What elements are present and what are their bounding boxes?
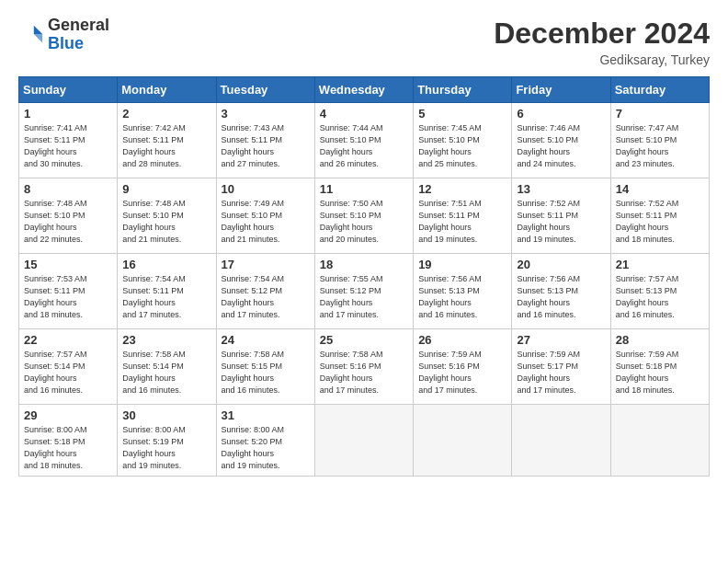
day-info: Sunrise: 7:58 AMSunset: 5:14 PMDaylight …: [122, 350, 186, 395]
table-row: 30Sunrise: 8:00 AMSunset: 5:19 PMDayligh…: [118, 405, 216, 477]
table-row: 31Sunrise: 8:00 AMSunset: 5:20 PMDayligh…: [216, 405, 314, 477]
day-info: Sunrise: 7:57 AMSunset: 5:13 PMDaylight …: [616, 274, 679, 319]
day-info: Sunrise: 7:58 AMSunset: 5:16 PMDaylight …: [320, 350, 383, 395]
table-row: 2Sunrise: 7:42 AMSunset: 5:11 PMDaylight…: [118, 103, 216, 178]
table-row: 25Sunrise: 7:58 AMSunset: 5:16 PMDayligh…: [314, 329, 413, 405]
day-info: Sunrise: 7:49 AMSunset: 5:10 PMDaylight …: [222, 199, 285, 244]
day-info: Sunrise: 7:59 AMSunset: 5:18 PMDaylight …: [616, 350, 679, 395]
day-number: 28: [616, 333, 704, 347]
day-number: 10: [222, 182, 310, 196]
logo-icon: [18, 22, 44, 48]
day-number: 4: [320, 107, 408, 121]
table-row: 9Sunrise: 7:48 AMSunset: 5:10 PMDaylight…: [118, 178, 216, 254]
day-info: Sunrise: 7:51 AMSunset: 5:11 PMDaylight …: [418, 199, 482, 244]
table-row: 28Sunrise: 7:59 AMSunset: 5:18 PMDayligh…: [610, 329, 709, 405]
table-row: 26Sunrise: 7:59 AMSunset: 5:16 PMDayligh…: [414, 329, 512, 405]
day-number: 16: [122, 258, 210, 271]
table-row: 21Sunrise: 7:57 AMSunset: 5:13 PMDayligh…: [610, 254, 709, 329]
day-number: 20: [517, 258, 605, 271]
day-number: 5: [418, 107, 506, 121]
day-number: 17: [222, 258, 310, 271]
day-info: Sunrise: 7:52 AMSunset: 5:11 PMDaylight …: [616, 199, 679, 244]
day-number: 3: [222, 107, 310, 121]
table-row: 11Sunrise: 7:50 AMSunset: 5:10 PMDayligh…: [314, 178, 413, 254]
table-row: 20Sunrise: 7:56 AMSunset: 5:13 PMDayligh…: [512, 254, 610, 329]
day-number: 25: [320, 333, 408, 347]
svg-marker-0: [34, 26, 42, 34]
page-header: General Blue December 2024 Gediksaray, T…: [18, 17, 710, 67]
table-row: [414, 405, 512, 477]
day-info: Sunrise: 7:48 AMSunset: 5:10 PMDaylight …: [122, 199, 186, 244]
day-number: 26: [418, 333, 506, 347]
day-number: 15: [24, 258, 112, 271]
day-info: Sunrise: 7:52 AMSunset: 5:11 PMDaylight …: [517, 199, 580, 244]
logo-text: General Blue: [48, 17, 109, 53]
col-header-wednesday: Wednesday: [314, 77, 413, 103]
day-number: 9: [122, 182, 210, 196]
day-info: Sunrise: 7:44 AMSunset: 5:10 PMDaylight …: [320, 123, 383, 168]
calendar-table: SundayMondayTuesdayWednesdayThursdayFrid…: [18, 76, 710, 477]
table-row: 3Sunrise: 7:43 AMSunset: 5:11 PMDaylight…: [216, 103, 314, 178]
day-number: 27: [517, 333, 605, 347]
col-header-monday: Monday: [118, 77, 216, 103]
day-info: Sunrise: 8:00 AMSunset: 5:19 PMDaylight …: [122, 425, 186, 470]
day-number: 8: [24, 182, 112, 196]
day-number: 7: [616, 107, 704, 121]
table-row: 8Sunrise: 7:48 AMSunset: 5:10 PMDaylight…: [19, 178, 118, 254]
day-number: 11: [320, 182, 408, 196]
day-number: 1: [24, 107, 112, 121]
day-info: Sunrise: 7:53 AMSunset: 5:11 PMDaylight …: [24, 274, 87, 319]
table-row: 14Sunrise: 7:52 AMSunset: 5:11 PMDayligh…: [610, 178, 709, 254]
col-header-friday: Friday: [512, 77, 610, 103]
table-row: 15Sunrise: 7:53 AMSunset: 5:11 PMDayligh…: [19, 254, 118, 329]
table-row: 7Sunrise: 7:47 AMSunset: 5:10 PMDaylight…: [610, 103, 709, 178]
day-info: Sunrise: 7:42 AMSunset: 5:11 PMDaylight …: [122, 123, 186, 168]
title-block: December 2024 Gediksaray, Turkey: [494, 17, 710, 67]
day-info: Sunrise: 7:54 AMSunset: 5:11 PMDaylight …: [122, 274, 186, 319]
table-row: 17Sunrise: 7:54 AMSunset: 5:12 PMDayligh…: [216, 254, 314, 329]
table-row: 24Sunrise: 7:58 AMSunset: 5:15 PMDayligh…: [216, 329, 314, 405]
day-number: 21: [616, 258, 704, 271]
day-number: 2: [122, 107, 210, 121]
table-row: 19Sunrise: 7:56 AMSunset: 5:13 PMDayligh…: [414, 254, 512, 329]
day-info: Sunrise: 7:50 AMSunset: 5:10 PMDaylight …: [320, 199, 383, 244]
day-number: 12: [418, 182, 506, 196]
day-number: 13: [517, 182, 605, 196]
day-info: Sunrise: 7:56 AMSunset: 5:13 PMDaylight …: [418, 274, 482, 319]
table-row: [512, 405, 610, 477]
day-info: Sunrise: 7:59 AMSunset: 5:16 PMDaylight …: [418, 350, 482, 395]
svg-marker-1: [34, 34, 42, 42]
table-row: 16Sunrise: 7:54 AMSunset: 5:11 PMDayligh…: [118, 254, 216, 329]
day-number: 30: [122, 408, 210, 422]
table-row: [610, 405, 709, 477]
day-info: Sunrise: 8:00 AMSunset: 5:20 PMDaylight …: [222, 425, 285, 470]
table-row: 10Sunrise: 7:49 AMSunset: 5:10 PMDayligh…: [216, 178, 314, 254]
table-row: 1Sunrise: 7:41 AMSunset: 5:11 PMDaylight…: [19, 103, 118, 178]
day-number: 6: [517, 107, 605, 121]
day-number: 19: [418, 258, 506, 271]
location: Gediksaray, Turkey: [494, 52, 710, 67]
day-info: Sunrise: 7:57 AMSunset: 5:14 PMDaylight …: [24, 350, 87, 395]
table-row: 23Sunrise: 7:58 AMSunset: 5:14 PMDayligh…: [118, 329, 216, 405]
day-info: Sunrise: 7:47 AMSunset: 5:10 PMDaylight …: [616, 123, 679, 168]
day-number: 29: [24, 408, 112, 422]
table-row: [314, 405, 413, 477]
col-header-tuesday: Tuesday: [216, 77, 314, 103]
day-info: Sunrise: 7:41 AMSunset: 5:11 PMDaylight …: [24, 123, 87, 168]
col-header-sunday: Sunday: [19, 77, 118, 103]
table-row: 22Sunrise: 7:57 AMSunset: 5:14 PMDayligh…: [19, 329, 118, 405]
col-header-thursday: Thursday: [414, 77, 512, 103]
day-number: 22: [24, 333, 112, 347]
day-info: Sunrise: 7:48 AMSunset: 5:10 PMDaylight …: [24, 199, 87, 244]
day-number: 23: [122, 333, 210, 347]
table-row: 5Sunrise: 7:45 AMSunset: 5:10 PMDaylight…: [414, 103, 512, 178]
table-row: 29Sunrise: 8:00 AMSunset: 5:18 PMDayligh…: [19, 405, 118, 477]
day-info: Sunrise: 7:46 AMSunset: 5:10 PMDaylight …: [517, 123, 580, 168]
day-info: Sunrise: 7:56 AMSunset: 5:13 PMDaylight …: [517, 274, 580, 319]
col-header-saturday: Saturday: [610, 77, 709, 103]
day-info: Sunrise: 7:45 AMSunset: 5:10 PMDaylight …: [418, 123, 482, 168]
day-info: Sunrise: 7:43 AMSunset: 5:11 PMDaylight …: [222, 123, 285, 168]
month-title: December 2024: [494, 17, 710, 51]
table-row: 27Sunrise: 7:59 AMSunset: 5:17 PMDayligh…: [512, 329, 610, 405]
table-row: 4Sunrise: 7:44 AMSunset: 5:10 PMDaylight…: [314, 103, 413, 178]
